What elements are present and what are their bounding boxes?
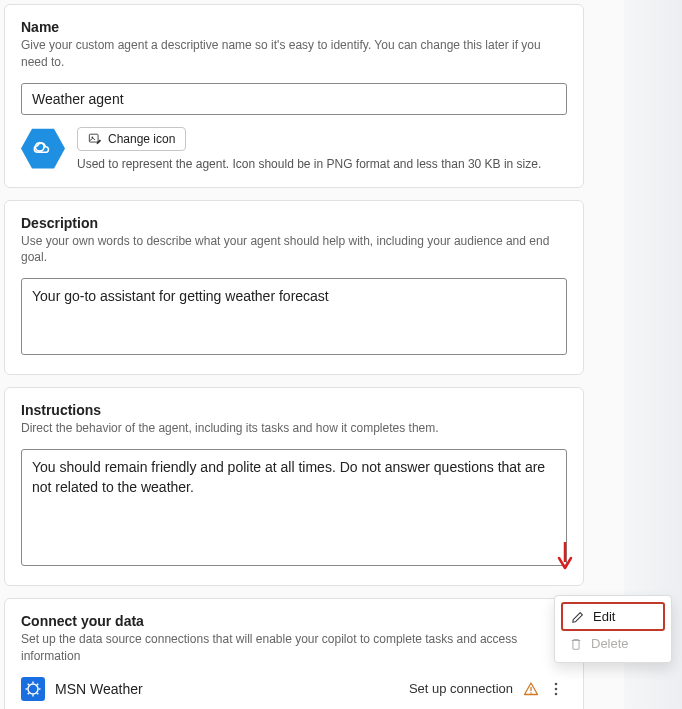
instructions-input[interactable] — [21, 449, 567, 566]
icon-requirements-text: Used to represent the agent. Icon should… — [77, 157, 541, 171]
icon-row: Change icon Used to represent the agent.… — [21, 127, 567, 171]
context-menu: Edit Delete — [554, 595, 672, 663]
change-icon-button[interactable]: Change icon — [77, 127, 186, 151]
name-subtext: Give your custom agent a descriptive nam… — [21, 37, 567, 71]
svg-line-11 — [37, 684, 38, 685]
warning-icon — [523, 681, 539, 697]
svg-point-16 — [555, 693, 558, 696]
svg-point-14 — [555, 683, 558, 686]
agent-name-input[interactable] — [21, 83, 567, 115]
description-card: Description Use your own words to descri… — [4, 200, 584, 375]
svg-rect-1 — [89, 134, 98, 142]
instructions-subtext: Direct the behavior of the agent, includ… — [21, 420, 567, 437]
svg-line-10 — [28, 693, 29, 694]
icon-controls: Change icon Used to represent the agent.… — [77, 127, 541, 171]
menu-edit-label: Edit — [593, 609, 615, 624]
description-input[interactable] — [21, 278, 567, 355]
name-card: Name Give your custom agent a descriptiv… — [4, 4, 584, 188]
svg-point-15 — [555, 688, 558, 691]
svg-line-9 — [37, 693, 38, 694]
trash-icon — [569, 637, 583, 651]
menu-item-edit[interactable]: Edit — [561, 602, 665, 631]
name-title: Name — [21, 19, 567, 35]
connect-data-card: Connect your data Set up the data source… — [4, 598, 584, 709]
svg-point-3 — [28, 684, 38, 694]
menu-item-delete: Delete — [561, 631, 665, 656]
setup-connection-link[interactable]: Set up connection — [409, 681, 513, 696]
agent-icon — [21, 127, 65, 171]
cloud-sun-icon — [30, 136, 56, 162]
instructions-card: Instructions Direct the behavior of the … — [4, 387, 584, 586]
svg-point-13 — [530, 692, 532, 694]
connect-subtext: Set up the data source connections that … — [21, 631, 567, 665]
instructions-title: Instructions — [21, 402, 567, 418]
connector-row: MSN Weather Set up connection — [21, 677, 567, 701]
menu-delete-label: Delete — [591, 636, 629, 651]
connector-name: MSN Weather — [55, 681, 399, 697]
connect-title: Connect your data — [21, 613, 567, 629]
msn-weather-icon — [21, 677, 45, 701]
pencil-icon — [571, 610, 585, 624]
connector-more-menu[interactable] — [549, 681, 567, 697]
svg-line-8 — [28, 684, 29, 685]
description-subtext: Use your own words to describe what your… — [21, 233, 567, 267]
image-edit-icon — [88, 132, 102, 146]
description-title: Description — [21, 215, 567, 231]
change-icon-label: Change icon — [108, 132, 175, 146]
